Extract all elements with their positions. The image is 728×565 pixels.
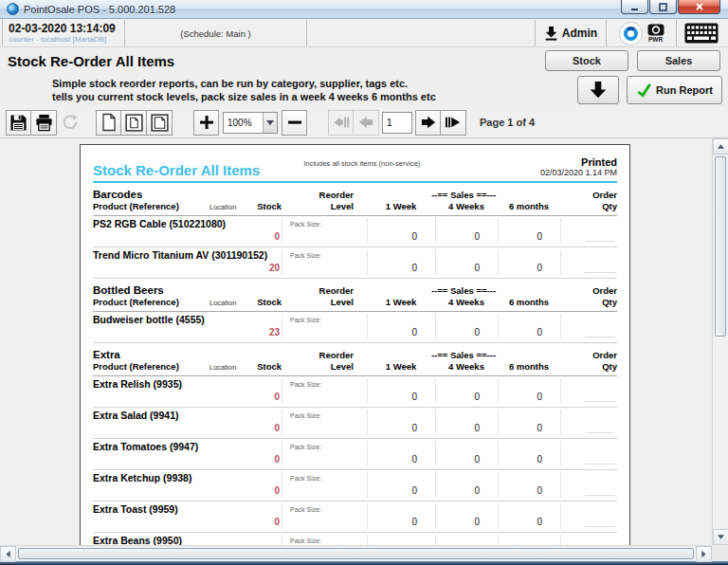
admin-button[interactable]: Admin [536, 20, 607, 46]
keyboard-icon [684, 23, 719, 44]
order-qty-field [560, 230, 617, 244]
order-qty-field [560, 453, 617, 466]
stock-value: 0 [93, 391, 282, 404]
report-sections: Barcodes Reorder --== Sales ==--- Order … [93, 183, 617, 545]
fit-page-button[interactable] [121, 110, 147, 136]
previous-page-button [354, 110, 379, 136]
down-arrow-icon [589, 80, 608, 100]
page-number-input[interactable] [382, 112, 412, 134]
run-report-label: Run Report [656, 84, 713, 96]
col-order-qty: Qty [560, 297, 617, 308]
page-title: Stock Re-Order All Items [8, 53, 537, 69]
col-order: Order [560, 285, 617, 297]
save-button[interactable] [6, 110, 31, 136]
product-name: Extra Toast (9959) [93, 503, 282, 516]
zoom-in-button[interactable] [193, 110, 219, 136]
power-icon [647, 24, 664, 36]
product-row: Extra Tomatoes (9947) Pack Size: 0 0 0 0 [93, 438, 617, 469]
section-header-row1: Extra Reorder --== Sales ==--- Order [93, 343, 617, 361]
window-title: PointOsale POS - 5.000.201.528 [24, 4, 175, 15]
vertical-scroll-thumb[interactable] [715, 156, 726, 337]
close-icon [695, 2, 704, 11]
col-location: Location [200, 202, 234, 213]
maximize-icon [659, 3, 667, 11]
horizontal-scroll-thumb[interactable] [18, 548, 694, 559]
product-row: Extra Toast (9959) Pack Size: 0 0 0 0 [93, 501, 617, 532]
schedule-text: (Schedule: Main ) [180, 28, 250, 39]
power-button[interactable]: PWR [647, 24, 664, 43]
col-stock: Stock [234, 361, 282, 373]
page-header: Stock Re-Order All Items Stock Sales [0, 47, 728, 74]
product-name: Trend Micro Titanium AV (301190152) [93, 249, 282, 262]
sales-6-months-value: 0 [498, 453, 560, 466]
stock-button[interactable]: Stock [545, 50, 628, 71]
report-subtitle: Includes all stock items (non-service) [303, 159, 420, 168]
sales-4-weeks-value: 0 [435, 262, 498, 275]
report-section: Bottled Beers Reorder --== Sales ==--- O… [93, 279, 617, 343]
page-in-frame-icon [125, 114, 143, 132]
reorder-level-value [282, 453, 367, 466]
title-bar[interactable]: PointOsale POS - 5.000.201.528 [0, 0, 728, 19]
combo-dropdown-button[interactable] [263, 113, 277, 133]
next-page-button[interactable] [415, 110, 441, 136]
maximize-button[interactable] [649, 0, 677, 14]
scroll-down-button[interactable] [713, 529, 728, 545]
horizontal-scrollbar[interactable] [0, 545, 712, 561]
description-line-1: Simple stock reorder reports, can be run… [52, 77, 577, 90]
report-preview-area: Stock Re-Order All Items Includes all st… [0, 138, 728, 561]
admin-download-icon [544, 26, 558, 41]
vertical-scrollbar[interactable] [712, 138, 728, 545]
col-order-qty: Qty [560, 361, 617, 373]
admin-label: Admin [562, 27, 597, 40]
section-header-row2: Product (Reference) Location Stock Level… [93, 201, 617, 216]
sales-4-weeks-value: 0 [435, 422, 498, 435]
run-report-button[interactable]: Run Report [627, 76, 722, 104]
col-6-months: 6 months [498, 201, 560, 212]
pack-size-label: Pack Size: [282, 314, 367, 326]
scroll-up-button[interactable] [713, 138, 728, 155]
last-page-button[interactable] [441, 110, 466, 136]
print-button[interactable] [31, 110, 57, 136]
sales-4-weeks-value: 0 [435, 230, 498, 244]
print-icon [35, 114, 53, 132]
col-sales-header: --== Sales ==--- [367, 285, 560, 297]
window-controls [620, 0, 720, 14]
zoom-out-button[interactable] [282, 110, 307, 136]
close-button[interactable] [678, 0, 720, 14]
sales-button[interactable]: Sales [637, 50, 720, 71]
order-qty-field [560, 326, 617, 339]
section-header-row1: Barcodes Reorder --== Sales ==--- Order [93, 183, 617, 201]
download-button[interactable] [577, 76, 619, 104]
zoom-select[interactable]: 100% [223, 112, 278, 134]
section-header-row2: Product (Reference) Location Stock Level… [93, 297, 617, 312]
minimize-button[interactable] [621, 0, 648, 14]
product-row: Trend Micro Titanium AV (301190152) Pack… [93, 246, 617, 278]
order-qty-field [560, 262, 617, 275]
arrow-left-icon [6, 551, 10, 557]
col-6-months: 6 months [498, 297, 560, 308]
pack-size-label: Pack Size: [282, 535, 367, 545]
reorder-level-value [282, 516, 367, 529]
page-actual-size-button[interactable] [96, 110, 121, 136]
fit-width-button[interactable] [147, 110, 173, 136]
scroll-right-button[interactable] [696, 546, 712, 562]
product-row: Extra Ketchup (9938) Pack Size: 0 0 0 0 [93, 469, 617, 501]
description-line-2: tells you current stock levels, pack siz… [52, 90, 577, 103]
pack-size-label: Pack Size: [282, 472, 367, 484]
minus-icon [287, 115, 302, 130]
previous-page-icon [357, 115, 374, 130]
section-name: Bottled Beers [93, 284, 282, 296]
scroll-left-button[interactable] [0, 546, 16, 562]
zoom-value: 100% [224, 118, 263, 128]
pack-size-label: Pack Size: [282, 410, 367, 422]
save-icon [9, 114, 27, 132]
col-reorder: Reorder [282, 285, 367, 297]
chevron-down-icon [266, 120, 274, 125]
col-stock: Stock [234, 297, 282, 308]
section-name: Barcodes [93, 189, 282, 200]
page-icon [100, 113, 118, 132]
connection-text: counter - localhost [MariaDB] [9, 35, 106, 45]
sales-1-week-value: 0 [367, 230, 435, 244]
vertical-scroll-track[interactable] [713, 155, 728, 529]
keyboard-button[interactable] [677, 20, 726, 46]
